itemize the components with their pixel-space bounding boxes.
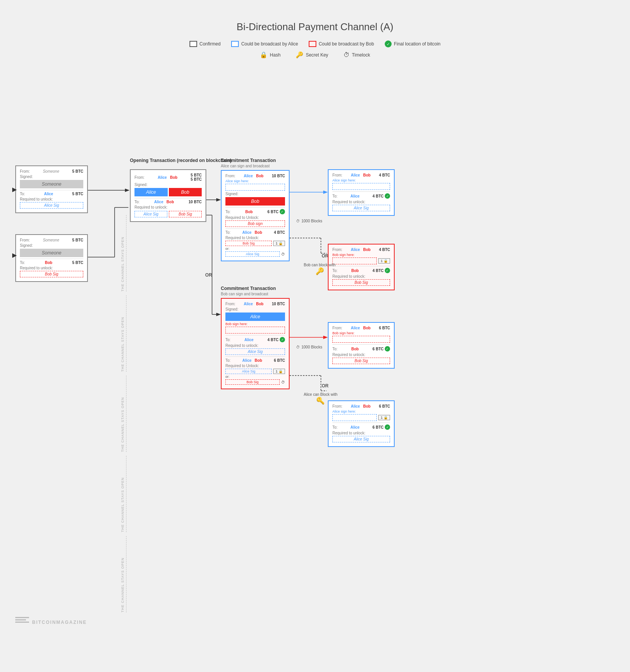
opening-amount-alice: 5 BTC <box>191 173 202 177</box>
opening-from-bob: Bob <box>170 175 177 180</box>
oab-from-label: From: <box>332 326 342 330</box>
obb-from-bob: Bob <box>363 404 371 408</box>
ca-to2-label: To: <box>225 230 230 235</box>
cb-to2-amount: 6 BTC <box>274 358 285 363</box>
commitment-bob-box: From: Alice Bob 10 BTC Signed: Alice Bob… <box>221 298 290 389</box>
oat-req: Required to unlock: <box>332 200 365 204</box>
legend-secret-key: 🔑 Secret Key <box>296 51 328 58</box>
input1-signed-someone: Someone <box>20 180 83 188</box>
cb-to2-bob: Bob <box>255 358 262 363</box>
timelock-icon-bottom: ⏱ <box>296 345 300 349</box>
input2-to-name: Bob <box>45 261 52 265</box>
cb-req2: Required to Unlock: <box>225 364 259 368</box>
obt-from-bob: Bob <box>363 248 371 252</box>
legend-hash: 🔒 Hash <box>260 51 280 58</box>
output-alice-bottom-box: From: Alice Bob 6 BTC Bob sign here: To:… <box>328 322 395 369</box>
oat-alice-sign-here: Alice sign here: <box>332 178 390 182</box>
ca-unlock-row1: Bob Sig 1 🔒 <box>225 241 285 246</box>
obb-to-label: To: <box>332 425 337 429</box>
oab-to-amount: 6 BTC <box>372 347 384 351</box>
oab-bob-sign-here: Bob sign here: <box>332 331 390 335</box>
oat-to-amount: 4 BTC <box>372 194 384 198</box>
channel-stays-open-5: THE CHANNEL STAYS OPEN <box>121 536 126 612</box>
input1-from-label: From: <box>20 169 30 173</box>
output-bob-top-box: From: Alice Bob 4 BTC Bob sign here: 1 🔒… <box>328 244 395 290</box>
ca-timelock-icon: ⏱ <box>281 252 285 256</box>
channel-stays-open-1: THE CHANNEL STAYS OPEN <box>121 215 126 291</box>
oat-alice-sig: Alice Sig <box>332 205 390 211</box>
cb-alice-signed: Alice <box>225 313 285 321</box>
key-icon: 🔑 <box>296 51 303 58</box>
ca-signed-label: Signed: <box>225 192 238 196</box>
oat-amount: 4 BTC <box>379 173 390 177</box>
connector-lines <box>0 70 630 643</box>
obb-unlock-row: 1 🔒 <box>332 414 390 421</box>
ca-or-label: or: <box>225 247 285 251</box>
opening-tx-box: From: Alice Bob 5 BTC 5 BTC Signed: Alic… <box>130 169 206 222</box>
oat-alice-sign-box <box>332 183 390 190</box>
hash-label: Hash <box>270 52 280 58</box>
cb-bob-sign-here: Bob sign here: <box>225 322 285 326</box>
ca-bob-sign-box: Bob sign <box>225 220 285 227</box>
ca-unlock-row2: Alice Sig ⏱ <box>225 251 285 257</box>
input1-to-name: Alice <box>44 192 53 196</box>
opening-tx-title: Opening Transaction (recorded on blockch… <box>130 158 232 163</box>
opening-req-label: Required to unlock: <box>134 205 167 209</box>
commitment-alice-subtitle: Alice can sign and broadcast <box>221 164 270 168</box>
oat-to-name: Alice <box>350 194 360 198</box>
oab-bob-sig: Bob Sig <box>332 358 390 364</box>
blocks-label-top: ⏱ 1000 Blocks <box>296 219 322 223</box>
obt-num-lock: 1 🔒 <box>378 258 390 264</box>
ca-to1-label: To: <box>225 210 230 214</box>
obt-bob-sign-here: Bob sign here: <box>332 253 390 257</box>
channel-stays-open-2: THE CHANNEL STAYS OPEN <box>121 295 126 372</box>
or-label-main: OR <box>205 272 212 278</box>
ca-amount: 10 BTC <box>272 174 285 178</box>
legend-row-2: 🔒 Hash 🔑 Secret Key ⏱ Timelock <box>0 51 630 58</box>
input-box-2: From: Someone 5 BTC Signed: Someone To: … <box>15 234 88 282</box>
opening-from-label: From: <box>134 175 144 180</box>
ca-num-lock: 1 🔒 <box>273 241 285 246</box>
final-circle-icon: ✓ <box>385 40 392 47</box>
input2-from-name: Someone <box>43 238 59 242</box>
input1-to-amount: 5 BTC <box>72 192 83 196</box>
legend-alice: Could be broadcast by Alice <box>231 41 298 47</box>
commitment-alice-box: From: Alice Bob 10 BTC Alice sign here: … <box>221 170 290 261</box>
opening-to-amount: 10 BTC <box>189 200 202 204</box>
cb-to1-label: To: <box>225 338 230 342</box>
obt-amount: 4 BTC <box>379 248 390 252</box>
oat-from-label: From: <box>332 173 342 177</box>
cb-alice-sig-box: Alice Sig <box>225 348 285 355</box>
cb-unlock-row1: Alice Sig 1 🔒 <box>225 369 285 374</box>
ca-req1: Required to Unlock: <box>225 215 259 220</box>
ca-to2-alice: Alice <box>242 230 251 235</box>
obb-alice-sign-box <box>332 414 377 421</box>
output-bob-bottom-box: From: Alice Bob 6 BTC Alice sign here: 1… <box>328 400 395 447</box>
ca-bob-signed: Bob <box>225 197 285 206</box>
oab-green-circle: ✓ <box>385 346 390 351</box>
legend-final: ✓ Final location of bitcoin <box>385 40 441 47</box>
obt-to-name: Bob <box>351 269 358 273</box>
alice-legend-label: Could be broadcast by Alice <box>241 41 298 47</box>
bm-icon <box>15 617 29 628</box>
obb-to-name: Alice <box>350 425 360 429</box>
opening-bob-sig: Bob <box>169 188 202 196</box>
input-box-1: From: Someone 5 BTC Signed: Someone To: … <box>15 165 88 213</box>
obt-req: Required to unlock: <box>332 274 365 279</box>
oab-req: Required to unlock: <box>332 353 365 357</box>
ca-alice-sign-box <box>225 184 285 191</box>
input1-from-name: Someone <box>43 169 59 173</box>
obb-amount: 6 BTC <box>379 404 390 408</box>
ca-req2: Required to Unlock: <box>225 236 259 240</box>
obb-num-lock: 1 🔒 <box>378 415 390 420</box>
confirmed-box-icon <box>189 41 197 47</box>
cb-req1: Required to unlock: <box>225 343 258 348</box>
alice-box-icon <box>231 41 239 47</box>
cb-num-lock: 1 🔒 <box>273 369 285 374</box>
cb-to2-alice: Alice <box>242 358 251 363</box>
bitcoin-magazine-logo: BITCOINMAGAZINE <box>15 617 87 628</box>
oat-from-alice: Alice <box>351 173 360 177</box>
input1-req-label: Required to unlock: <box>20 197 53 201</box>
or-label-right-bottom: OR <box>322 383 329 389</box>
hash-icon: 🔒 <box>260 51 267 58</box>
